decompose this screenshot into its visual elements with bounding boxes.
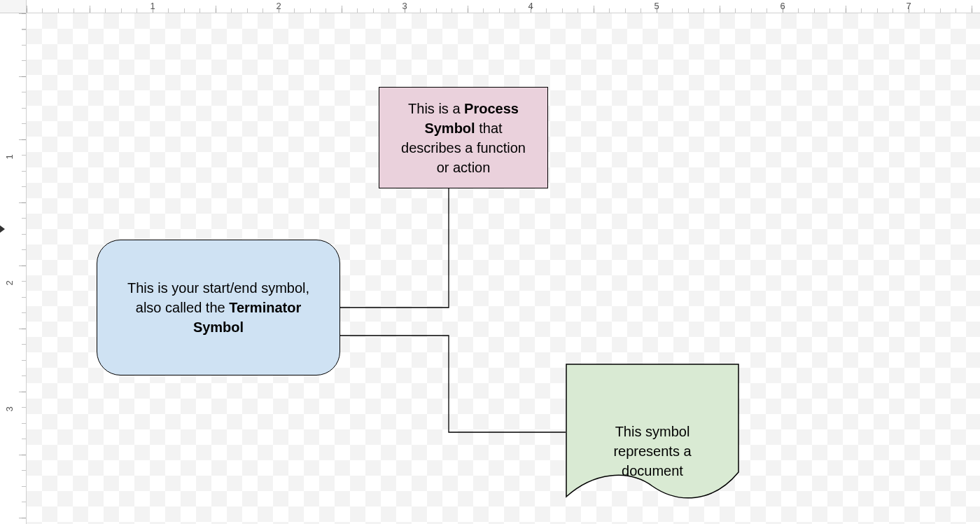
ruler-h-label: 2 (276, 1, 281, 11)
drawing-canvas[interactable]: This is your start/end symbol, also call… (27, 13, 980, 524)
ruler-v-label: 2 (4, 280, 15, 285)
ruler-h-label: 1 (150, 1, 155, 11)
ruler-v-label: 1 (4, 154, 15, 159)
terminator-shape[interactable]: This is your start/end symbol, also call… (97, 240, 340, 375)
process-shape[interactable]: This is a Process Symbol that describes … (379, 87, 548, 188)
ruler-h-label: 3 (402, 1, 407, 11)
ruler-h-label: 7 (906, 1, 911, 11)
ruler-origin-marker-icon (0, 225, 5, 233)
connector-terminator-to-document[interactable] (340, 336, 566, 432)
horizontal-ruler[interactable]: 1 2 3 4 5 6 7 (27, 0, 980, 13)
connector-terminator-to-process[interactable] (340, 188, 449, 308)
ruler-h-label: 4 (528, 1, 533, 11)
process-text-pre: This is a (408, 101, 464, 116)
ruler-v-label: 3 (4, 406, 15, 411)
terminator-text: This is your start/end symbol, also call… (113, 278, 324, 337)
ruler-v-major-ticks (19, 13, 26, 524)
process-text: This is a Process Symbol that describes … (395, 99, 532, 177)
ruler-corner (0, 0, 27, 13)
ruler-h-major-ticks (27, 6, 980, 13)
ruler-h-label: 6 (780, 1, 785, 11)
document-text: This symbol represents a document (566, 387, 739, 481)
document-shape[interactable]: This symbol represents a document (566, 364, 739, 504)
ruler-h-label: 5 (654, 1, 659, 11)
vertical-ruler[interactable]: 1 2 3 4 (0, 13, 27, 524)
